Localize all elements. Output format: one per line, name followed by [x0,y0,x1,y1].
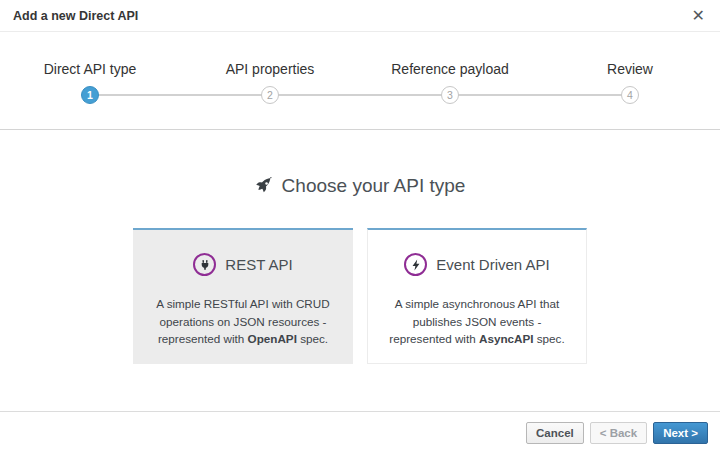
rocket-icon [255,177,273,195]
step-api-properties[interactable]: API properties [180,61,360,77]
wizard-footer: Cancel < Back Next > [0,411,720,454]
step-circles-row: 1 2 3 4 [0,86,720,104]
rest-api-description: A simple RESTful API with CRUD operation… [148,295,338,348]
step-label: Reference payload [360,61,540,77]
step-labels-row: Direct API type API properties Reference… [0,61,720,77]
api-type-cards: REST API A simple RESTful API with CRUD … [0,228,720,364]
choose-api-type-label: Choose your API type [282,175,466,197]
wizard-title: Add a new Direct API [13,9,138,23]
event-driven-api-card[interactable]: Event Driven API A simple asynchronous A… [367,228,587,364]
step-direct-api-type[interactable]: Direct API type [0,61,180,77]
event-driven-api-title: Event Driven API [436,256,549,273]
step-label: Review [540,61,720,77]
back-button[interactable]: < Back [590,422,647,444]
next-button[interactable]: Next > [653,422,708,444]
wizard-header: Add a new Direct API ✕ [0,0,720,32]
lightning-icon [404,253,427,276]
choose-api-type-heading: Choose your API type [0,175,720,197]
step-label: API properties [180,61,360,77]
event-driven-api-description: A simple asynchronous API that publishes… [383,295,571,348]
step-circle-1[interactable]: 1 [81,86,99,104]
cancel-button[interactable]: Cancel [526,422,584,444]
wizard-stepper: Direct API type API properties Reference… [0,32,720,130]
step-reference-payload[interactable]: Reference payload [360,61,540,77]
plug-icon [193,253,216,276]
rest-api-card[interactable]: REST API A simple RESTful API with CRUD … [133,228,353,364]
add-direct-api-wizard: Add a new Direct API ✕ Direct API type A… [0,0,720,454]
wizard-body: Choose your API type REST [0,130,720,411]
step-review[interactable]: Review [540,61,720,77]
close-icon[interactable]: ✕ [690,8,707,24]
step-label: Direct API type [0,61,180,77]
step-circle-2[interactable]: 2 [261,86,279,104]
step-circle-3[interactable]: 3 [441,86,459,104]
rest-api-title: REST API [225,256,292,273]
step-circle-4[interactable]: 4 [621,86,639,104]
